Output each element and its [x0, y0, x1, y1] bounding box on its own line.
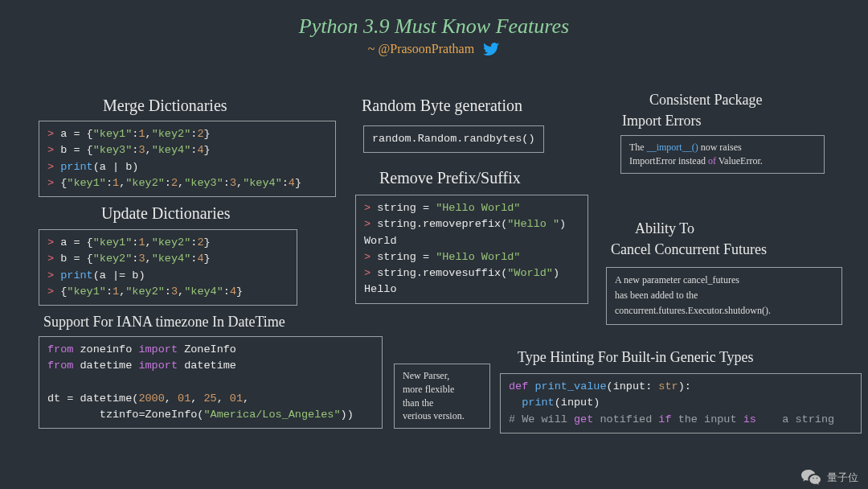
heading-cancel-futures-1: Ability To — [635, 220, 694, 237]
note-new-parser: New Parser, more flexible than the verio… — [394, 364, 490, 429]
twitter-icon — [482, 43, 500, 57]
heading-remove-prefix-suffix: Remove Prefix/Suffix — [379, 169, 521, 187]
author-handle: ~ @PrasoonPratham — [0, 39, 868, 57]
heading-type-hinting: Type Hinting For Built-in Generic Types — [518, 349, 754, 366]
note-cancel-futures: A new parameter cancel_futures has been … — [606, 267, 842, 325]
code-merge-dictionaries: > a = {"key1":1,"key2":2} > b = {"key3":… — [39, 121, 336, 197]
code-update-dictionaries: > a = {"key1":1,"key2":2} > b = {"key2":… — [39, 229, 297, 306]
note-import-errors: The __import__() now raises ImportError … — [620, 135, 825, 174]
watermark-text: 量子位 — [827, 471, 858, 485]
heading-merge-dictionaries: Merge Dictionaries — [103, 97, 227, 115]
wechat-icon — [801, 470, 821, 486]
code-random-byte: random.Random.randbytes() — [363, 125, 544, 153]
page-title: Python 3.9 Must Know Features — [0, 0, 868, 39]
heading-cancel-futures-2: Cancel Concurrent Futures — [611, 241, 767, 258]
watermark: 量子位 — [801, 470, 858, 486]
heading-random-byte: Random Byte generation — [362, 97, 522, 115]
heading-update-dictionaries: Update Dictionaries — [101, 204, 231, 223]
author-handle-text: ~ @PrasoonPratham — [368, 42, 474, 55]
heading-iana-timezone: Support For IANA timezone In DateTime — [43, 314, 285, 331]
code-type-hinting: def print_value(input: str): print(input… — [500, 373, 862, 434]
code-remove-prefix-suffix: > string = "Hello World" > string.remove… — [355, 195, 588, 304]
heading-consistent-package-2: Import Errors — [622, 113, 701, 129]
heading-consistent-package-1: Consistent Package — [649, 92, 762, 109]
code-iana-timezone: from zoneinfo import ZoneInfo from datet… — [39, 336, 383, 429]
